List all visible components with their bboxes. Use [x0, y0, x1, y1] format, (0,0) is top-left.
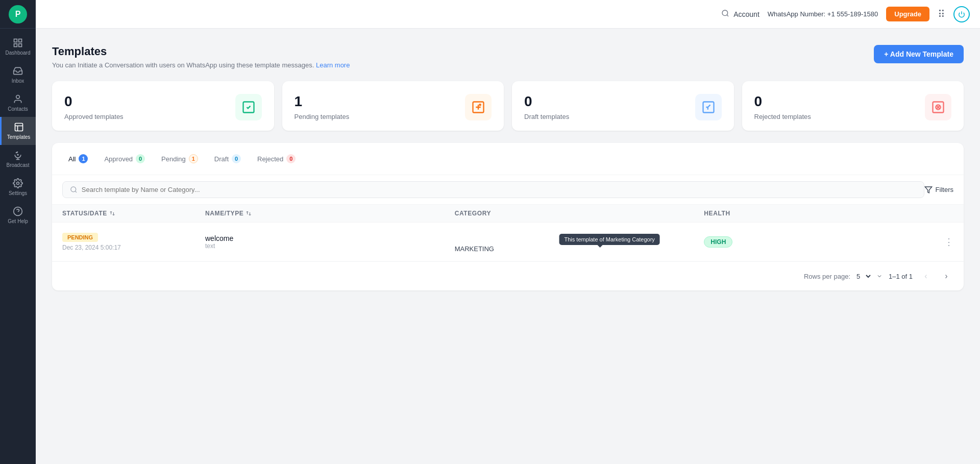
whatsapp-number: WhatsApp Number: +1 555-189-1580 [768, 10, 878, 18]
svg-marker-18 [925, 187, 932, 193]
draft-label: Draft templates [524, 113, 569, 120]
header-category: Category [455, 210, 704, 217]
header-name-type[interactable]: Name/Type [205, 210, 455, 217]
stat-card-approved: 0 Approved templates [52, 81, 274, 131]
pending-icon [465, 94, 492, 120]
sidebar-item-help[interactable]: Get Help [0, 201, 36, 229]
data-table: Status/Date Name/Type Category Health PE… [52, 205, 964, 261]
cell-name-type: welcome text [205, 234, 455, 250]
cell-health: HIGH ⋮ [704, 236, 953, 248]
sort-icon-name [246, 210, 252, 216]
sidebar-item-templates[interactable]: Templates [0, 117, 36, 145]
tab-approved-badge: 0 [136, 154, 145, 163]
sidebar-item-contacts[interactable]: Contacts [0, 89, 36, 117]
upgrade-button[interactable]: Upgrade [886, 7, 929, 21]
templates-icon [14, 122, 24, 132]
rows-per-page: Rows per page: 5 10 25 [804, 272, 883, 281]
dashboard-icon [13, 38, 23, 48]
learn-more-link[interactable]: Learn more [316, 61, 350, 69]
svg-rect-3 [14, 44, 17, 47]
chevron-down-icon [876, 273, 883, 279]
stats-row: 0 Approved templates 1 Pending templates… [52, 81, 964, 131]
svg-point-9 [722, 10, 728, 16]
tab-rejected-badge: 0 [286, 154, 296, 163]
tab-pending[interactable]: Pending 1 [155, 151, 204, 166]
template-type: text [205, 242, 455, 250]
cell-status-date: PENDING Dec 23, 2024 5:00:17 [62, 232, 205, 251]
filter-button[interactable]: Filters [924, 186, 953, 194]
sidebar-item-inbox-label: Inbox [12, 78, 24, 84]
tab-all[interactable]: All 1 [62, 151, 94, 166]
inbox-icon [13, 66, 23, 76]
tab-draft-badge: 0 [232, 154, 241, 163]
rejected-icon [925, 94, 951, 120]
sidebar: P Dashboard Inbox Contacts Templates Bro… [0, 0, 36, 464]
svg-point-6 [17, 154, 18, 155]
apps-grid-icon[interactable]: ⠿ [938, 8, 945, 20]
sidebar-item-settings[interactable]: Settings [0, 173, 36, 201]
sidebar-item-inbox[interactable]: Inbox [0, 61, 36, 89]
approved-count: 0 [64, 93, 124, 110]
table-row: PENDING Dec 23, 2024 5:00:17 welcome tex… [52, 223, 964, 261]
sidebar-item-contacts-label: Contacts [8, 106, 28, 112]
sidebar-logo: P [0, 0, 36, 29]
svg-point-4 [16, 95, 20, 99]
pagination: Rows per page: 5 10 25 1–1 of 1 ‹ › [52, 261, 964, 290]
settings-icon [13, 178, 23, 188]
sidebar-item-broadcast[interactable]: Broadcast [0, 145, 36, 173]
search-bar: Filters [52, 175, 964, 205]
prev-page-button[interactable]: ‹ [919, 269, 933, 283]
tab-rejected[interactable]: Rejected 0 [251, 151, 302, 166]
row-more-button[interactable]: ⋮ [944, 236, 953, 248]
account-label[interactable]: Account [733, 10, 760, 18]
pending-count: 1 [295, 93, 350, 110]
tab-all-badge: 1 [79, 154, 88, 163]
rows-per-page-select[interactable]: 5 10 25 [854, 272, 872, 281]
search-input[interactable] [82, 186, 917, 193]
tab-draft[interactable]: Draft 0 [208, 151, 247, 166]
top-nav: Account WhatsApp Number: +1 555-189-1580… [36, 0, 980, 29]
health-badge: HIGH [704, 236, 732, 248]
table-header: Status/Date Name/Type Category Health [52, 205, 964, 223]
sidebar-item-broadcast-label: Broadcast [6, 162, 29, 168]
row-date: Dec 23, 2024 5:00:17 [62, 244, 205, 251]
add-new-template-button[interactable]: + Add New Template [874, 45, 964, 63]
power-icon[interactable] [953, 6, 970, 22]
filter-icon [924, 186, 933, 194]
table-container: All 1 Approved 0 Pending 1 Draft 0 Rejec… [52, 143, 964, 290]
sidebar-item-dashboard[interactable]: Dashboard [0, 33, 36, 61]
draft-icon [695, 94, 722, 120]
rejected-label: Rejected templates [754, 113, 811, 120]
sidebar-item-dashboard-label: Dashboard [6, 50, 31, 56]
search-input-wrap [62, 181, 924, 198]
page-title: Templates [52, 45, 350, 58]
pending-label: Pending templates [295, 113, 350, 120]
search-icon-top[interactable] [721, 9, 729, 19]
svg-rect-2 [19, 44, 22, 47]
category-tooltip: This template of Marketing Category [559, 234, 660, 245]
approved-label: Approved templates [64, 113, 124, 120]
template-name[interactable]: welcome [205, 234, 455, 242]
sort-icon-status [109, 210, 115, 216]
svg-point-13 [479, 104, 481, 106]
header-status-date[interactable]: Status/Date [62, 210, 205, 217]
logo-circle: P [9, 5, 27, 23]
tab-approved[interactable]: Approved 0 [98, 151, 151, 166]
svg-rect-1 [19, 39, 22, 42]
rejected-count: 0 [754, 93, 811, 110]
sidebar-item-settings-label: Settings [9, 190, 27, 196]
contacts-icon [13, 94, 23, 104]
svg-point-7 [17, 182, 19, 185]
page-header: Templates You can Initiate a Conversatio… [52, 45, 964, 69]
svg-point-17 [71, 187, 76, 192]
page-info: 1–1 of 1 [889, 273, 913, 280]
sidebar-nav: Dashboard Inbox Contacts Templates Broad… [0, 29, 36, 229]
search-icon [70, 186, 78, 193]
broadcast-icon [13, 150, 23, 160]
stat-card-rejected: 0 Rejected templates [742, 81, 964, 131]
svg-rect-0 [14, 39, 17, 42]
header-health: Health [704, 210, 953, 217]
tab-pending-badge: 1 [189, 154, 198, 163]
next-page-button[interactable]: › [939, 269, 953, 283]
cell-category: This template of Marketing Category MARK… [455, 231, 704, 253]
